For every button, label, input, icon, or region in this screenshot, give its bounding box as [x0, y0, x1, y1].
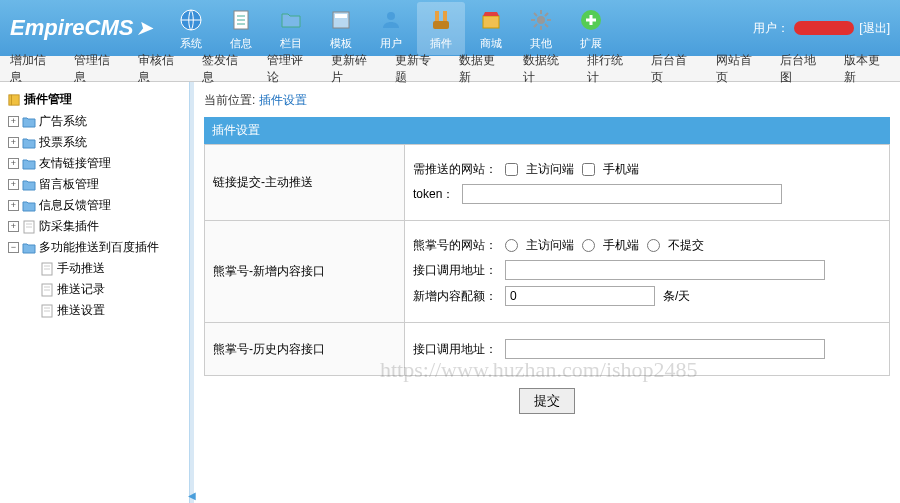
submenu-item[interactable]: 排行统计: [587, 52, 633, 86]
submenu-item[interactable]: 数据更新: [459, 52, 505, 86]
radio-label[interactable]: 不提交: [668, 237, 704, 254]
nav-globe[interactable]: 系统: [167, 2, 215, 55]
tree-child[interactable]: 推送设置: [22, 300, 185, 321]
nav-plugin[interactable]: 插件: [417, 2, 465, 55]
checkbox-pc[interactable]: [505, 163, 518, 176]
gear-icon: [527, 6, 555, 34]
template-icon: [327, 6, 355, 34]
logo: EmpireCMS➤: [10, 15, 152, 41]
nav-gear[interactable]: 其他: [517, 2, 565, 55]
field-label: 接口调用地址：: [413, 262, 497, 279]
field-label: 需推送的网站：: [413, 161, 497, 178]
collapse-icon[interactable]: −: [8, 242, 19, 253]
splitter[interactable]: ◀: [190, 82, 194, 503]
tree-node[interactable]: −多功能推送到百度插件: [4, 237, 185, 258]
nav-user[interactable]: 用户: [367, 2, 415, 55]
row-label: 熊掌号-新增内容接口: [205, 221, 405, 323]
top-header: EmpireCMS➤ 系统信息栏目模板用户插件商城其他扩展 用户： [退出]: [0, 0, 900, 56]
tree-node[interactable]: +友情链接管理: [4, 153, 185, 174]
token-input[interactable]: [462, 184, 782, 204]
expand-icon[interactable]: +: [8, 116, 19, 127]
radio-label[interactable]: 手机端: [603, 237, 639, 254]
plus-icon: [577, 6, 605, 34]
nav-folder[interactable]: 栏目: [267, 2, 315, 55]
doc-icon: [227, 6, 255, 34]
arrow-icon: ➤: [137, 17, 152, 39]
submenu-item[interactable]: 版本更新: [844, 52, 890, 86]
sidebar: 插件管理 +广告系统+投票系统+友情链接管理+留言板管理+信息反馈管理+防采集插…: [0, 82, 190, 503]
field-label: 熊掌号的网站：: [413, 237, 497, 254]
checkbox-mobile[interactable]: [582, 163, 595, 176]
svg-rect-9: [443, 11, 447, 21]
user-label: 用户：: [753, 20, 789, 37]
tree-node[interactable]: +留言板管理: [4, 174, 185, 195]
submenu-item[interactable]: 管理评论: [267, 52, 313, 86]
nav-template[interactable]: 模板: [317, 2, 365, 55]
quota-unit: 条/天: [663, 288, 690, 305]
submenu-item[interactable]: 签发信息: [202, 52, 248, 86]
breadcrumb-link[interactable]: 插件设置: [259, 93, 307, 107]
plugin-icon: [427, 6, 455, 34]
submenu-item[interactable]: 更新专题: [395, 52, 441, 86]
settings-table: 链接提交-主动推送 需推送的网站： 主访问端 手机端 token：: [204, 144, 890, 376]
expand-icon[interactable]: +: [8, 179, 19, 190]
shop-icon: [477, 6, 505, 34]
nav-plus[interactable]: 扩展: [567, 2, 615, 55]
panel-header: 插件设置: [204, 117, 890, 144]
svg-point-12: [537, 16, 545, 24]
submenu-item[interactable]: 更新碎片: [331, 52, 377, 86]
quota-input[interactable]: [505, 286, 655, 306]
svg-rect-10: [433, 21, 449, 29]
api-url-input[interactable]: [505, 260, 825, 280]
user-info: 用户： [退出]: [753, 20, 890, 37]
tree-node[interactable]: +投票系统: [4, 132, 185, 153]
book-icon: [8, 94, 20, 106]
submenu-item[interactable]: 网站首页: [716, 52, 762, 86]
breadcrumb: 当前位置: 插件设置: [204, 92, 890, 109]
radio-mobile[interactable]: [582, 239, 595, 252]
svg-rect-14: [9, 94, 19, 104]
svg-rect-8: [435, 11, 439, 21]
svg-rect-6: [335, 14, 347, 18]
svg-rect-11: [483, 16, 499, 28]
checkbox-label[interactable]: 主访问端: [526, 161, 574, 178]
content-area: 当前位置: 插件设置 插件设置 链接提交-主动推送 需推送的网站： 主访问端 手…: [194, 82, 900, 503]
submenu-bar: 增加信息管理信息审核信息签发信息管理评论更新碎片更新专题数据更新数据统计排行统计…: [0, 56, 900, 82]
user-name-redacted: [794, 21, 854, 35]
submenu-item[interactable]: 后台地图: [780, 52, 826, 86]
radio-label[interactable]: 主访问端: [526, 237, 574, 254]
submenu-item[interactable]: 数据统计: [523, 52, 569, 86]
field-label: token：: [413, 186, 454, 203]
expand-icon[interactable]: +: [8, 137, 19, 148]
globe-icon: [177, 6, 205, 34]
tree-child[interactable]: 手动推送: [22, 258, 185, 279]
tree-child[interactable]: 推送记录: [22, 279, 185, 300]
row-label: 链接提交-主动推送: [205, 145, 405, 221]
expand-icon[interactable]: +: [8, 158, 19, 169]
submit-button[interactable]: 提交: [519, 388, 575, 414]
sidebar-title: 插件管理: [4, 88, 185, 111]
svg-point-7: [387, 12, 395, 20]
tree-node[interactable]: +防采集插件: [4, 216, 185, 237]
radio-none[interactable]: [647, 239, 660, 252]
splitter-handle-icon: ◀: [188, 490, 196, 501]
logout-link[interactable]: [退出]: [859, 20, 890, 37]
user-icon: [377, 6, 405, 34]
history-api-input[interactable]: [505, 339, 825, 359]
tree-node[interactable]: +广告系统: [4, 111, 185, 132]
checkbox-label[interactable]: 手机端: [603, 161, 639, 178]
field-label: 新增内容配额：: [413, 288, 497, 305]
nav-doc[interactable]: 信息: [217, 2, 265, 55]
submenu-item[interactable]: 审核信息: [138, 52, 184, 86]
row-label: 熊掌号-历史内容接口: [205, 323, 405, 376]
expand-icon[interactable]: +: [8, 221, 19, 232]
submenu-item[interactable]: 后台首页: [651, 52, 697, 86]
top-nav: 系统信息栏目模板用户插件商城其他扩展: [167, 2, 615, 55]
folder-icon: [277, 6, 305, 34]
submenu-item[interactable]: 增加信息: [10, 52, 56, 86]
expand-icon[interactable]: +: [8, 200, 19, 211]
submenu-item[interactable]: 管理信息: [74, 52, 120, 86]
tree-node[interactable]: +信息反馈管理: [4, 195, 185, 216]
nav-shop[interactable]: 商城: [467, 2, 515, 55]
radio-pc[interactable]: [505, 239, 518, 252]
